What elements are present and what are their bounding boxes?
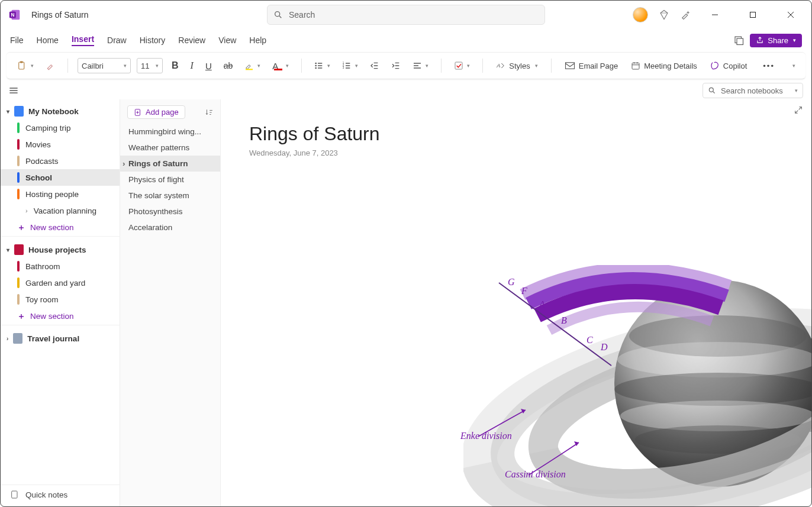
font-name-combo[interactable]: Cailbri▾ xyxy=(78,58,131,73)
window-maximize-button[interactable] xyxy=(739,5,766,24)
menu-home[interactable]: Home xyxy=(37,35,59,45)
share-icon xyxy=(756,36,764,44)
meeting-details-button[interactable]: Meeting Details xyxy=(627,59,701,72)
svg-point-3 xyxy=(275,12,280,17)
email-page-button[interactable]: Email Page xyxy=(561,60,621,72)
page-weather-patterns[interactable]: Weather patterns xyxy=(120,140,220,156)
page-physics-of-flight[interactable]: Physics of flight xyxy=(120,172,220,188)
page-solar-system[interactable]: The solar system xyxy=(120,188,220,204)
svg-rect-11 xyxy=(737,38,743,45)
search-placeholder: Search xyxy=(289,10,315,20)
section-hosting-people[interactable]: Hosting people xyxy=(1,186,120,202)
new-section-button[interactable]: ＋New section xyxy=(1,219,120,237)
sort-pages-button[interactable] xyxy=(205,108,213,117)
user-avatar[interactable] xyxy=(633,7,648,22)
ring-label-b: B xyxy=(561,315,567,326)
outdent-button[interactable] xyxy=(367,59,382,72)
annotation-enke: Enke division xyxy=(460,431,512,441)
section-camping-trip[interactable]: Camping trip xyxy=(1,120,120,136)
paste-button[interactable]: ▾ xyxy=(14,58,37,73)
expand-canvas-button[interactable] xyxy=(794,105,803,117)
underline-button[interactable]: U xyxy=(202,59,215,73)
menu-history[interactable]: History xyxy=(140,35,166,45)
numbered-list-button[interactable]: 123▾ xyxy=(339,59,361,72)
menu-help[interactable]: Help xyxy=(249,35,266,45)
annotation-cassini: Cassini division xyxy=(505,469,566,480)
highlight-color-button[interactable]: ▾ xyxy=(241,59,263,72)
brush-sparkle-icon[interactable] xyxy=(680,9,691,20)
svg-rect-7 xyxy=(750,12,756,18)
menu-review[interactable]: Review xyxy=(178,35,205,45)
menu-file[interactable]: File xyxy=(10,35,24,45)
ribbon-collapse-button[interactable]: ▾ xyxy=(788,61,798,70)
italic-button[interactable]: I xyxy=(188,59,196,73)
page-accelaration[interactable]: Accelaration xyxy=(120,219,220,235)
svg-rect-39 xyxy=(565,63,574,69)
note-title[interactable]: Rings of Saturn xyxy=(249,123,783,145)
section-podcasts[interactable]: Podcasts xyxy=(1,153,120,169)
sub-toolbar: Search notebooks ▾ xyxy=(1,82,811,99)
svg-point-58 xyxy=(617,342,811,377)
share-button[interactable]: Share ▾ xyxy=(750,34,802,47)
note-canvas[interactable]: Rings of Saturn Wednesday, June 7, 2023 xyxy=(221,99,811,507)
menu-draw[interactable]: Draw xyxy=(107,35,127,45)
menu-insert[interactable]: Insert xyxy=(72,34,94,46)
copilot-button[interactable]: Copilot xyxy=(707,59,750,72)
search-notebooks-input[interactable]: Search notebooks ▾ xyxy=(703,83,803,98)
ribbon-overflow-button[interactable]: ••• xyxy=(760,60,778,72)
svg-rect-40 xyxy=(632,63,639,69)
font-size-combo[interactable]: 11▾ xyxy=(137,58,163,73)
section-toy-room[interactable]: Toy room xyxy=(1,291,120,308)
section-bathroom[interactable]: Bathroom xyxy=(1,258,120,275)
ring-label-c: C xyxy=(587,335,593,345)
notebook-travel-journal[interactable]: ›Travel journal xyxy=(1,330,120,347)
section-vacation-planning[interactable]: ›Vacation planning xyxy=(1,202,120,219)
note-date: Wednesday, June 7, 2023 xyxy=(249,148,783,157)
bullet-list-button[interactable]: ▾ xyxy=(311,59,333,72)
global-search-input[interactable]: Search xyxy=(267,5,545,25)
open-in-new-window-icon[interactable] xyxy=(733,35,744,46)
strikethrough-button[interactable]: ab xyxy=(221,59,236,72)
font-color-button[interactable]: A▾ xyxy=(269,59,292,73)
title-bar: N Rings of Saturn Search xyxy=(1,1,811,29)
page-photosynthesis[interactable]: Photosynthesis xyxy=(120,204,220,219)
format-painter-button[interactable] xyxy=(43,59,58,72)
section-garden-yard[interactable]: Garden and yard xyxy=(1,275,120,291)
indent-button[interactable] xyxy=(388,59,404,72)
bold-button[interactable]: B xyxy=(169,59,182,73)
window-close-button[interactable] xyxy=(777,5,804,24)
navigation-toggle-icon[interactable] xyxy=(9,86,18,95)
svg-line-48 xyxy=(713,92,715,93)
window-minimize-button[interactable] xyxy=(701,5,729,24)
section-school[interactable]: School xyxy=(1,169,120,186)
svg-point-47 xyxy=(709,88,713,92)
svg-rect-15 xyxy=(274,69,282,70)
svg-rect-12 xyxy=(19,62,24,69)
svg-text:3: 3 xyxy=(343,66,344,69)
quick-notes-button[interactable]: Quick notes xyxy=(1,485,120,504)
notebook-my-notebook[interactable]: ▾My Notebook xyxy=(1,103,120,120)
todo-tag-button[interactable]: ▾ xyxy=(451,59,473,72)
search-icon xyxy=(708,86,716,95)
svg-point-18 xyxy=(315,65,317,67)
onenote-app-icon: N xyxy=(3,8,27,21)
page-hummingbird[interactable]: Hummingbird wing... xyxy=(120,124,220,140)
ring-label-a: A xyxy=(539,299,545,310)
svg-point-16 xyxy=(315,63,317,64)
menu-bar: File Home Insert Draw History Review Vie… xyxy=(1,29,811,52)
align-button[interactable]: ▾ xyxy=(410,59,431,72)
styles-button[interactable]: AStyles▾ xyxy=(492,59,541,72)
menu-view[interactable]: View xyxy=(218,35,236,45)
svg-line-4 xyxy=(279,16,281,18)
add-page-button[interactable]: Add page xyxy=(127,105,185,119)
notebook-nav: ▾My Notebook Camping trip Movies Podcast… xyxy=(1,99,120,507)
notebook-house-projects[interactable]: ▾House projects xyxy=(1,241,120,258)
svg-rect-37 xyxy=(455,62,462,69)
section-movies[interactable]: Movies xyxy=(1,136,120,153)
add-page-icon xyxy=(134,108,142,117)
page-rings-of-saturn[interactable]: Rings of Saturn xyxy=(120,156,220,172)
new-section-button-2[interactable]: ＋New section xyxy=(1,308,120,325)
diamond-icon[interactable] xyxy=(659,9,669,20)
svg-text:A: A xyxy=(497,63,501,69)
svg-rect-14 xyxy=(246,69,253,70)
